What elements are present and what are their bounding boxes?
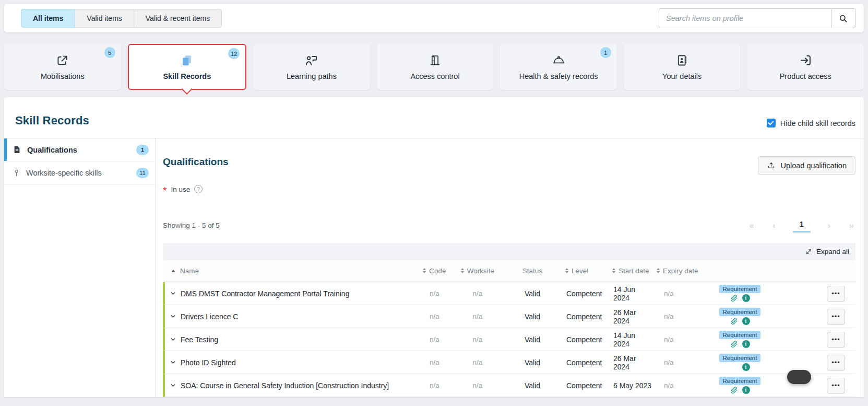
skill-name[interactable]: SOA: Course in General Safety Induction … <box>181 381 389 390</box>
nav-card-label: Product access <box>780 72 831 80</box>
row-actions-cell <box>780 355 855 370</box>
skill-tags-cell: Requirement <box>699 285 780 303</box>
column-header-start-date[interactable]: Start date <box>608 267 652 275</box>
table-row: DMS DMST Contractor Management Portal Tr… <box>163 282 855 305</box>
sort-icon <box>423 268 426 273</box>
sidebar-item-qualifications[interactable]: Qualifications 1 <box>4 138 155 161</box>
tab-valid-recent-items[interactable]: Valid & recent items <box>134 9 222 28</box>
nav-card-product-access[interactable]: Product access <box>747 44 864 90</box>
nav-card-learning-paths[interactable]: Learning paths <box>253 44 370 90</box>
info-icon[interactable] <box>742 386 750 394</box>
contact-card-icon <box>675 53 689 67</box>
documents-icon <box>180 54 194 67</box>
chevron-down-icon[interactable] <box>170 291 176 296</box>
pin-icon <box>14 169 19 177</box>
tab-valid-items[interactable]: Valid items <box>75 9 134 28</box>
help-icon[interactable] <box>194 185 203 193</box>
column-header-level[interactable]: Level <box>561 267 608 275</box>
chevron-down-icon[interactable] <box>170 337 176 342</box>
qualifications-main: Qualifications Upload qualification * In… <box>156 138 864 397</box>
column-header-code[interactable]: Code <box>418 267 451 275</box>
info-icon[interactable] <box>742 317 750 325</box>
export-icon <box>55 53 69 67</box>
more-options-button[interactable] <box>827 378 845 393</box>
skill-tags-cell: Requirement <box>699 354 780 372</box>
requirement-badge: Requirement <box>719 331 761 339</box>
prev-page-button[interactable]: ‹ <box>771 221 777 230</box>
nav-card-label: Skill Records <box>163 72 211 80</box>
search-bar <box>659 8 855 28</box>
sidebar-item-worksite-skills[interactable]: Worksite-specific skills 11 <box>4 161 155 184</box>
table-row: Drivers Licence C n/a n/a Valid Competen… <box>163 305 855 328</box>
expand-all-button[interactable]: Expand all <box>816 248 849 256</box>
more-options-button[interactable] <box>827 286 845 301</box>
info-icon[interactable] <box>742 363 750 371</box>
info-icon[interactable] <box>742 294 750 302</box>
skill-level: Competent <box>561 335 608 344</box>
skill-worksite: n/a <box>451 312 504 320</box>
document-icon <box>14 146 20 154</box>
skill-level: Competent <box>561 381 608 390</box>
skill-start-date: 14 Jun 2024 <box>608 285 652 302</box>
table-body: DMS DMST Contractor Management Portal Tr… <box>163 282 855 397</box>
skill-expiry-date: n/a <box>652 381 699 389</box>
skill-status: Valid <box>504 358 561 367</box>
column-header-name[interactable]: Name <box>165 267 418 275</box>
skill-status: Valid <box>504 335 561 344</box>
attachment-icon[interactable] <box>730 340 738 348</box>
requirement-badge: Requirement <box>719 285 761 293</box>
last-page-button[interactable]: » <box>848 221 855 230</box>
row-name-cell: DMS DMST Contractor Management Portal Tr… <box>165 289 418 298</box>
chevron-down-icon[interactable] <box>170 382 176 388</box>
row-name-cell: Drivers Licence C <box>165 312 418 321</box>
count-badge: 1 <box>136 145 149 155</box>
skill-name[interactable]: Photo ID Sighted <box>181 358 236 367</box>
attachment-icon[interactable] <box>730 386 738 394</box>
nav-card-label: Learning paths <box>287 72 337 80</box>
more-options-button[interactable] <box>827 332 845 347</box>
info-icon[interactable] <box>742 340 750 348</box>
nav-card-health-safety[interactable]: 1 Health & safety records <box>500 44 617 90</box>
row-actions-cell <box>780 332 855 347</box>
more-options-button[interactable] <box>827 309 845 324</box>
row-name-cell: SOA: Course in General Safety Induction … <box>165 381 418 390</box>
hide-child-control: Hide child skill records <box>767 119 855 127</box>
hide-child-checkbox[interactable] <box>767 119 776 127</box>
skill-name[interactable]: Fee Testing <box>181 335 218 344</box>
skill-level: Competent <box>561 289 608 298</box>
row-name-cell: Photo ID Sighted <box>165 358 418 367</box>
count-badge: 5 <box>104 47 115 58</box>
requirement-badge: Requirement <box>719 377 761 385</box>
nav-card-your-details[interactable]: Your details <box>624 44 741 90</box>
upload-qualification-button[interactable]: Upload qualification <box>758 156 855 175</box>
attachment-icon[interactable] <box>730 317 738 325</box>
column-header-expiry-date[interactable]: Expiry date <box>652 267 699 275</box>
chevron-down-icon[interactable] <box>170 314 176 319</box>
chat-widget-button[interactable] <box>787 370 811 384</box>
chevron-down-icon[interactable] <box>170 359 176 365</box>
skill-level: Competent <box>561 358 608 367</box>
attachment-icon[interactable] <box>730 294 738 302</box>
tab-all-items[interactable]: All items <box>21 9 75 28</box>
skill-start-date: 26 Mar 2024 <box>608 308 652 325</box>
first-page-button[interactable]: « <box>747 221 755 230</box>
skill-name[interactable]: DMS DMST Contractor Management Portal Tr… <box>181 289 349 298</box>
hide-child-label: Hide child skill records <box>780 119 855 127</box>
page-title: Skill Records <box>15 114 89 127</box>
search-icon <box>838 14 848 24</box>
column-label: Name <box>180 267 199 275</box>
skill-name[interactable]: Drivers Licence C <box>181 312 238 321</box>
nav-card-skill-records[interactable]: 12 Skill Records <box>128 44 247 90</box>
more-options-button[interactable] <box>827 355 845 370</box>
skill-worksite: n/a <box>451 381 504 389</box>
search-button[interactable] <box>831 8 855 28</box>
nav-card-label: Mobilisations <box>41 72 85 80</box>
search-input[interactable] <box>659 8 831 28</box>
sidebar-item-label: Qualifications <box>27 146 77 154</box>
next-page-button[interactable]: › <box>826 221 832 230</box>
page-number[interactable]: 1 <box>793 218 811 233</box>
column-header-worksite[interactable]: Worksite <box>451 267 504 275</box>
nav-card-access-control[interactable]: Access control <box>377 44 494 90</box>
skill-expiry-date: n/a <box>652 358 699 366</box>
nav-card-mobilisations[interactable]: 5 Mobilisations <box>4 44 121 90</box>
